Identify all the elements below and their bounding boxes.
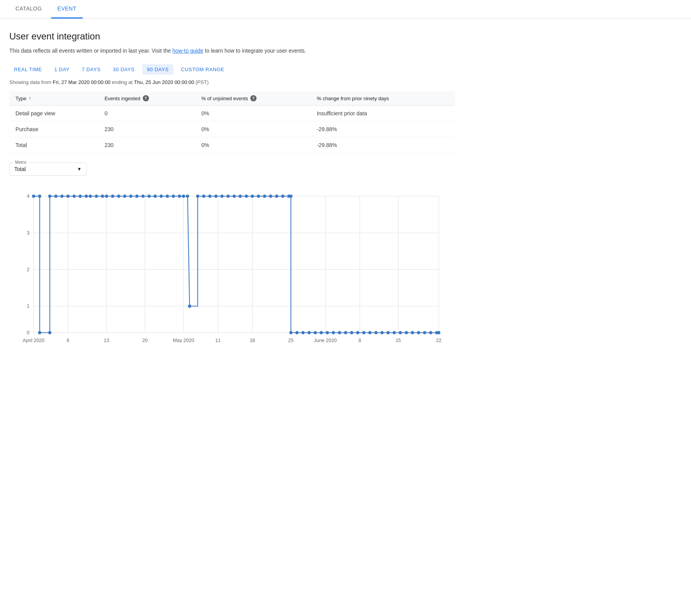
row-unjoined-pct: 0% (195, 137, 310, 153)
data-point (154, 195, 157, 198)
svg-text:3: 3 (27, 230, 29, 236)
unjoined-events-help-icon[interactable]: ? (250, 95, 257, 101)
data-point (233, 195, 236, 198)
data-point (89, 195, 92, 198)
svg-text:8: 8 (358, 338, 361, 343)
how-to-guide-link[interactable]: how-to guide (172, 48, 203, 54)
data-point (429, 331, 432, 334)
svg-text:June 2020: June 2020 (314, 338, 337, 343)
90-days-button[interactable]: 90 DAYS (142, 64, 173, 75)
custom-range-button[interactable]: CUSTOM RANGE (176, 64, 229, 75)
data-point (295, 331, 298, 334)
data-point (326, 331, 329, 334)
svg-text:1: 1 (27, 304, 29, 309)
data-point (263, 195, 266, 198)
data-point (141, 195, 144, 198)
row-unjoined-pct: 0% (195, 121, 310, 137)
table-row: Total 230 0% -29.88% (9, 137, 455, 153)
date-range-info: Showing data from Fri, 27 Mar 2020 00:00… (9, 79, 455, 85)
real-time-button[interactable]: REAL TIME (9, 64, 46, 75)
data-point (269, 195, 272, 198)
time-filters: REAL TIME 1 DAY 7 DAYS 30 DAYS 90 DAYS C… (9, 64, 455, 75)
data-point (54, 195, 57, 198)
1-day-button[interactable]: 1 DAY (50, 64, 74, 75)
data-point (160, 195, 163, 198)
svg-text:April 2020: April 2020 (23, 338, 44, 343)
7-days-button[interactable]: 7 DAYS (77, 64, 105, 75)
row-events-ingested: 0 (98, 106, 195, 121)
svg-text:6: 6 (67, 338, 69, 343)
data-point (123, 195, 126, 198)
data-point (308, 331, 311, 334)
data-point (338, 331, 341, 334)
metric-select-inner[interactable]: Total ▼ (14, 164, 82, 172)
chart-container: 4 3 2 1 0 (9, 188, 455, 343)
row-type: Detail page view (9, 106, 98, 121)
data-point (387, 331, 390, 334)
row-unjoined-pct: 0% (195, 106, 310, 121)
data-point (178, 195, 181, 198)
data-point (257, 195, 260, 198)
data-point (182, 195, 185, 198)
svg-text:2: 2 (27, 267, 29, 272)
sort-icon[interactable]: ↑ (29, 96, 31, 101)
row-type: Purchase (9, 121, 98, 137)
data-point (101, 195, 104, 198)
data-point (111, 195, 114, 198)
data-point (281, 195, 284, 198)
type-column-header: Type ↑ (9, 91, 98, 106)
data-point (188, 305, 191, 308)
data-point (362, 331, 365, 334)
svg-text:11: 11 (215, 338, 221, 343)
data-point (417, 331, 420, 334)
event-tab[interactable]: EVENT (51, 0, 82, 19)
data-point (48, 331, 51, 334)
page-title: User event integration (9, 31, 455, 42)
page-description: This data reflects all events written or… (9, 46, 455, 55)
table-row: Purchase 230 0% -29.88% (9, 121, 455, 137)
data-point (411, 331, 414, 334)
events-ingested-help-icon[interactable]: ? (143, 95, 149, 101)
data-point (239, 195, 242, 198)
data-point (368, 331, 371, 334)
data-point (105, 195, 108, 198)
svg-text:May 2020: May 2020 (173, 338, 194, 343)
30-days-button[interactable]: 30 DAYS (108, 64, 139, 75)
data-point (320, 331, 323, 334)
data-point (135, 195, 139, 198)
metric-label: Metric (14, 160, 28, 164)
data-point (393, 331, 396, 334)
top-navigation: CATALOG EVENT (0, 0, 691, 19)
data-point (245, 195, 248, 198)
data-point (172, 195, 175, 198)
table-header-row: Type ↑ Events ingested ? % of unjoined e… (9, 91, 455, 106)
data-point (375, 331, 378, 334)
svg-text:4: 4 (27, 194, 29, 199)
data-point (332, 331, 335, 334)
data-point (289, 195, 292, 198)
row-events-ingested: 230 (98, 121, 195, 137)
data-point (117, 195, 120, 198)
data-point (356, 331, 359, 334)
data-point (38, 331, 41, 334)
chart-line (34, 196, 439, 333)
row-change: Insufficient prior data (311, 106, 455, 121)
data-point (166, 195, 169, 198)
data-point (85, 195, 88, 198)
data-point (129, 195, 132, 198)
main-content: User event integration This data reflect… (0, 19, 464, 352)
svg-text:13: 13 (104, 338, 109, 343)
data-point (79, 195, 82, 198)
data-point (186, 195, 189, 198)
row-change: -29.88% (311, 121, 455, 137)
metric-selector[interactable]: Metric Total ▼ (9, 163, 87, 176)
row-change: -29.88% (311, 137, 455, 153)
catalog-tab[interactable]: CATALOG (9, 0, 48, 19)
data-point (202, 195, 205, 198)
data-point (95, 195, 98, 198)
data-point (221, 195, 224, 198)
table-row: Detail page view 0 0% Insufficient prior… (9, 106, 455, 121)
data-point (399, 331, 402, 334)
data-point (301, 331, 304, 334)
svg-text:0: 0 (27, 330, 29, 335)
